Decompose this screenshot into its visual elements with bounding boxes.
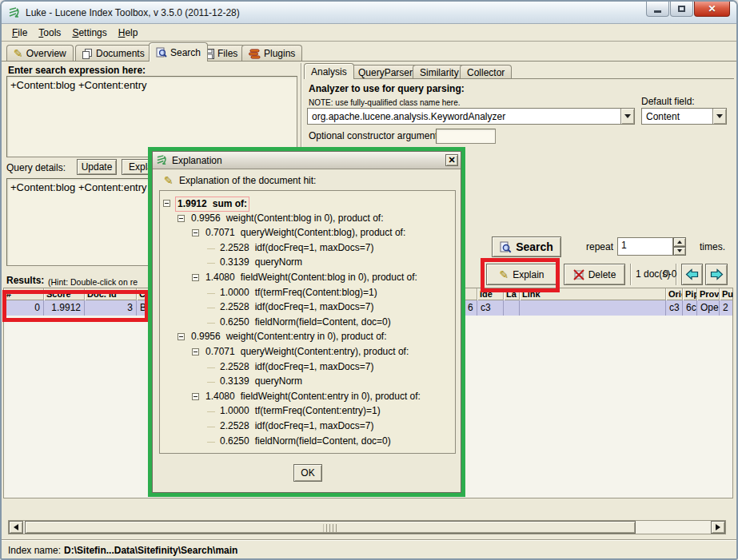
tree-node-label: 0.9956weight(Content:blog in 0), product… xyxy=(189,212,385,225)
search-icon xyxy=(156,47,167,58)
update-button[interactable]: Update xyxy=(77,159,117,175)
subtab-analysis[interactable]: Analysis xyxy=(304,63,354,79)
tree-node-label: 0.3139queryNorm xyxy=(218,256,304,269)
main-tab-bar: ✎ Overview Documents Search File xyxy=(2,42,736,62)
collapse-toggle-icon[interactable] xyxy=(178,215,185,222)
collapse-toggle-icon[interactable] xyxy=(192,229,199,236)
menu-help[interactable]: Help xyxy=(113,26,144,40)
tab-label: Files xyxy=(217,48,237,59)
tree-node-label: 2.2528idf(docFreq=1, maxDocs=7) xyxy=(218,419,375,433)
collapse-toggle-icon[interactable] xyxy=(178,333,185,340)
col-header-orig[interactable]: Orig xyxy=(666,288,683,300)
menu-file[interactable]: File xyxy=(6,26,33,40)
dialog-title-bar: Explanation ✕ xyxy=(153,152,461,169)
dialog-close-button[interactable]: ✕ xyxy=(445,154,458,166)
tree-node[interactable]: 2.2528idf(docFreq=1, maxDocs=7) xyxy=(160,241,455,256)
next-page-button[interactable] xyxy=(705,264,728,285)
tab-search[interactable]: Search xyxy=(149,42,208,62)
col-header-num[interactable]: # xyxy=(4,288,44,300)
cell-la xyxy=(504,300,520,316)
scroll-left-button[interactable] xyxy=(9,521,23,534)
analyzer-combo-arrow[interactable] xyxy=(620,109,634,124)
scroll-right-button[interactable] xyxy=(711,521,725,534)
prev-page-button[interactable] xyxy=(681,264,703,285)
spinner-down-button[interactable] xyxy=(673,247,686,256)
cell-pu: 2 xyxy=(720,300,734,316)
tab-plugins[interactable]: Plugins xyxy=(241,45,302,62)
tree-node[interactable]: 0.6250fieldNorm(field=Content, doc=0) xyxy=(160,316,455,330)
repeat-value-field[interactable]: 1 xyxy=(617,237,673,256)
tree-node[interactable]: 1.0000tf(termFreq(Content:blog)=1) xyxy=(160,286,455,300)
tab-overview[interactable]: ✎ Overview xyxy=(6,45,74,62)
repeat-spinner[interactable]: 1 xyxy=(617,237,686,256)
tree-node[interactable]: 0.9956weight(Content:entry in 0), produc… xyxy=(160,330,455,344)
maximize-button[interactable] xyxy=(670,2,693,17)
subtab-collector[interactable]: Collector xyxy=(460,65,512,79)
ok-button[interactable]: OK xyxy=(293,464,322,482)
tree-connector xyxy=(207,411,215,412)
scrollbar-grip xyxy=(324,524,337,532)
col-header-pip[interactable]: Pip xyxy=(683,288,697,300)
col-header-la[interactable]: La xyxy=(504,288,520,300)
menu-settings[interactable]: Settings xyxy=(66,26,112,40)
tree-node[interactable]: 1.4080fieldWeight(Content:blog in 0), pr… xyxy=(160,271,455,285)
tree-node[interactable]: 2.2528idf(docFreq=1, maxDocs=7) xyxy=(160,300,455,315)
col-header-ide[interactable]: Ide xyxy=(477,288,504,300)
expression-textarea[interactable]: +Content:blog +Content:entry xyxy=(6,76,297,157)
collapse-toggle-icon[interactable] xyxy=(192,274,199,281)
default-field-combo-arrow[interactable] xyxy=(712,109,726,124)
tree-node[interactable]: 0.7071queryWeight(Content:entry), produc… xyxy=(160,345,455,359)
analyzer-combo[interactable]: org.apache.lucene.analysis.KeywordAnalyz… xyxy=(307,108,635,125)
page-range: 0-0 xyxy=(663,268,676,280)
tree-node[interactable]: 0.3139queryNorm xyxy=(160,375,455,389)
col-header-link[interactable]: Link xyxy=(520,288,666,300)
menu-tools[interactable]: Tools xyxy=(33,26,66,40)
update-button-label: Update xyxy=(82,161,113,173)
col-header-hidden[interactable] xyxy=(465,288,477,300)
ok-button-label: OK xyxy=(301,467,314,479)
tab-documents[interactable]: Documents xyxy=(75,45,152,62)
annotation-box-explanation-dialog: Explanation ✕ ✎ Explanation of the docum… xyxy=(148,147,465,497)
close-button[interactable]: ✕ xyxy=(694,2,730,17)
tree-node[interactable]: 1.9912sum of: xyxy=(160,197,455,211)
collapse-toggle-icon[interactable] xyxy=(192,393,199,400)
minimize-button[interactable] xyxy=(646,2,669,17)
subtab-queryparser[interactable]: QueryParser xyxy=(351,65,420,79)
constructor-arg-field[interactable] xyxy=(436,129,496,144)
subtab-label: QueryParser xyxy=(358,67,413,78)
tree-node-label: 0.6250fieldNorm(field=Content, doc=0) xyxy=(218,435,393,448)
tree-connector xyxy=(207,323,215,324)
subtab-similarity[interactable]: Similarity xyxy=(413,65,466,79)
spinner-up-button[interactable] xyxy=(673,237,686,247)
subtab-label: Analysis xyxy=(311,66,347,77)
search-button[interactable]: Search xyxy=(492,236,561,257)
expression-label: Enter search expression here: xyxy=(8,65,146,76)
col-header-score[interactable]: Score xyxy=(44,288,85,300)
chevron-down-icon xyxy=(624,114,631,118)
horizontal-scrollbar[interactable] xyxy=(8,520,726,534)
tree-node[interactable]: 0.9956weight(Content:blog in 0), product… xyxy=(160,212,455,226)
collapse-toggle-icon[interactable] xyxy=(192,348,199,355)
chevron-down-icon xyxy=(716,114,723,118)
tree-node[interactable]: 0.6250fieldNorm(field=Content, doc=0) xyxy=(160,435,455,449)
tree-node[interactable]: 2.2528idf(docFreq=1, maxDocs=7) xyxy=(160,360,455,375)
tree-node[interactable]: 0.7071queryWeight(Content:blog), product… xyxy=(160,226,455,240)
tree-node[interactable]: 1.4080fieldWeight(Content:entry in 0), p… xyxy=(160,390,455,404)
col-header-docid[interactable]: Doc. Id xyxy=(85,288,137,300)
status-bar: Index name: D:\Sitefin...Data\Sitefinity… xyxy=(2,539,736,560)
col-header-provi[interactable]: Provi xyxy=(697,288,720,300)
tree-connector xyxy=(207,382,215,383)
delete-button[interactable]: Delete xyxy=(564,264,625,285)
scrollbar-thumb[interactable] xyxy=(25,521,636,534)
tree-node[interactable]: 2.2528idf(docFreq=1, maxDocs=7) xyxy=(160,419,455,434)
default-field-combo[interactable]: Content xyxy=(641,108,727,125)
tree-node[interactable]: 0.3139queryNorm xyxy=(160,256,455,270)
explain-button[interactable]: ✎ Explain xyxy=(486,264,557,285)
tab-label: Overview xyxy=(26,48,66,59)
tree-node[interactable]: 1.0000tf(termFreq(Content:entry)=1) xyxy=(160,404,455,419)
col-header-pu[interactable]: Pu xyxy=(720,288,734,300)
tree-node-label: 1.4080fieldWeight(Content:blog in 0), pr… xyxy=(204,271,419,284)
query-details-label: Query details: xyxy=(6,162,66,173)
collapse-toggle-icon[interactable] xyxy=(163,200,170,207)
tree-connector xyxy=(207,308,215,308)
